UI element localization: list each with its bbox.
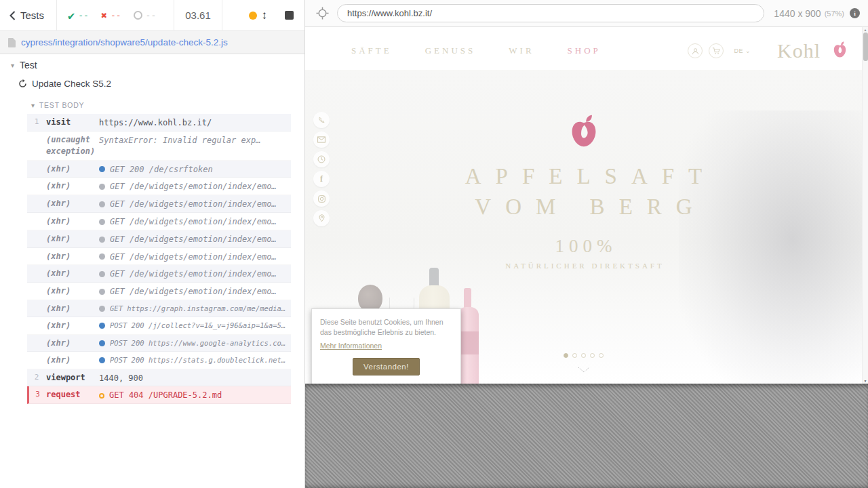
location-icon[interactable]: [313, 210, 330, 226]
url-bar[interactable]: https://www.kohl.bz.it/: [337, 4, 764, 22]
command-message: 1440, 900: [99, 373, 143, 384]
back-to-tests-button[interactable]: Tests: [0, 0, 56, 30]
viewport-info-icon[interactable]: i: [850, 8, 860, 18]
command-message: POST 200 /j/collect?v=1&_v=j96&aip=1&a=5…: [110, 321, 285, 331]
command-number: [27, 251, 46, 251]
command-row[interactable]: (xhr) POST 200 https://www.google-analyt…: [27, 335, 291, 352]
carousel-dot[interactable]: [581, 353, 586, 358]
carousel-dot[interactable]: [590, 353, 595, 358]
carousel-dot[interactable]: [572, 353, 577, 358]
command-row[interactable]: (xhr) GET 200 /de/csrftoken: [27, 161, 291, 178]
site-nav: SÄFTEGENUSSWIRSHOP: [351, 45, 601, 56]
command-name: (xhr): [46, 320, 99, 331]
facebook-icon[interactable]: f: [313, 171, 330, 187]
scrollbar-down-arrow[interactable]: ▼: [863, 379, 868, 383]
instagram-icon[interactable]: [313, 190, 330, 207]
chevron-left-icon: [9, 11, 16, 20]
nav-item-wir[interactable]: WIR: [509, 45, 534, 56]
command-message: GET /de/widgets/emotion/index/emo…: [110, 199, 277, 210]
command-number: [27, 268, 46, 268]
spec-file-link[interactable]: cypress/integration/shopware5/update-che…: [21, 37, 228, 47]
scrollbar-up-arrow[interactable]: ▲: [863, 28, 868, 32]
hero-content: APFELSAFT VOM BERG 100% NATÜRLICHER DIRE…: [305, 70, 862, 270]
scroll-toggle-icon[interactable]: ↕: [262, 9, 268, 21]
command-row[interactable]: 1 visit https://www.kohl.bz.it/: [27, 114, 291, 131]
nav-item-sfte[interactable]: SÄFTE: [351, 45, 392, 56]
command-name: (xhr): [46, 233, 99, 245]
viewport-size-label: 1440 x 900: [774, 8, 821, 19]
command-name: (xhr): [46, 268, 99, 279]
passed-stat[interactable]: ✔ --: [68, 9, 89, 22]
site-logo-apple-icon[interactable]: [833, 41, 846, 61]
mail-icon[interactable]: [313, 131, 330, 148]
command-number: [27, 285, 46, 286]
cart-icon[interactable]: [709, 43, 724, 58]
command-row[interactable]: (xhr) GET /de/widgets/emotion/index/emo…: [27, 230, 291, 248]
command-row[interactable]: (xhr) GET /de/widgets/emotion/index/emo…: [27, 265, 291, 283]
site-logo-text[interactable]: Kohl: [777, 39, 821, 62]
command-message: SyntaxError: Invalid regular exp…: [99, 135, 260, 146]
test-row[interactable]: Update Check S5.2: [18, 79, 111, 89]
section-label: TEST BODY: [39, 101, 85, 109]
clock-icon[interactable]: [313, 151, 330, 167]
caret-down-icon: ▾: [11, 62, 14, 69]
selector-playground-icon[interactable]: [316, 7, 329, 20]
out-of-viewport-area: [305, 384, 868, 488]
phone-icon[interactable]: [313, 112, 330, 128]
command-number: [27, 163, 46, 164]
nav-item-shop[interactable]: SHOP: [568, 45, 601, 56]
test-body-section[interactable]: ▾ TEST BODY: [31, 101, 84, 109]
cookie-accept-button[interactable]: Verstanden!: [353, 358, 420, 375]
command-row[interactable]: (xhr) GET /de/widgets/emotion/index/emo…: [27, 213, 291, 230]
site-scrollbar[interactable]: ▲ ▼: [862, 27, 868, 384]
command-name: (xhr): [46, 251, 99, 262]
spec-header: cypress/integration/shopware5/update-che…: [0, 31, 304, 54]
command-row[interactable]: (xhr) GET /de/widgets/emotion/index/emo…: [27, 195, 291, 213]
stop-button[interactable]: [285, 11, 294, 20]
status-dot-icon: [99, 201, 105, 207]
social-sidebar: f: [313, 112, 330, 226]
scrollbar-thumb[interactable]: [863, 33, 868, 61]
command-row[interactable]: (xhr) POST 200 /j/collect?v=1&_v=j96&aip…: [27, 317, 291, 334]
command-message: https://www.kohl.bz.it/: [99, 117, 212, 129]
language-selector[interactable]: DE ⌄: [734, 47, 751, 54]
failed-stat[interactable]: ✖ --: [101, 9, 121, 22]
status-dot-icon: [99, 357, 105, 363]
command-row[interactable]: (xhr) POST 200 https://stats.g.doublecli…: [27, 352, 291, 369]
command-row[interactable]: (xhr) GET https://graph.instagram.com/me…: [27, 300, 291, 317]
suite-row[interactable]: ▾ Test: [11, 60, 37, 70]
carousel-dot[interactable]: [564, 353, 568, 358]
auto-scroll-dot-icon: [249, 12, 257, 20]
command-name: (uncaught exception): [46, 134, 99, 158]
command-message: GET 200 /de/csrftoken: [110, 164, 213, 176]
hero-subtitle-text: NATÜRLICHER DIREKTSAFT: [305, 262, 862, 270]
command-row[interactable]: (uncaught exception) SyntaxError: Invali…: [27, 131, 291, 161]
carousel-dot[interactable]: [599, 353, 604, 358]
cookie-more-info-link[interactable]: Mehr Informationen: [320, 342, 382, 350]
hero-subtitle-percent: 100%: [305, 236, 862, 257]
account-icon[interactable]: [688, 43, 703, 58]
command-row[interactable]: (xhr) GET /de/widgets/emotion/index/emo…: [27, 178, 291, 195]
command-number: [27, 134, 46, 135]
command-row[interactable]: (xhr) GET /de/widgets/emotion/index/emo…: [27, 248, 291, 266]
pending-count: --: [146, 10, 157, 20]
command-name: (xhr): [46, 338, 99, 349]
test-duration: 03.61: [174, 0, 222, 30]
command-row[interactable]: 2 viewport 1440, 900: [27, 369, 291, 387]
status-dot-icon: [99, 289, 105, 295]
nav-item-genuss[interactable]: GENUSS: [425, 45, 476, 56]
status-dot-icon: [99, 166, 105, 172]
command-name: (xhr): [46, 216, 99, 227]
cookie-text: Diese Seite benutzt Cookies, um Ihnen da…: [320, 317, 452, 338]
pending-stat[interactable]: --: [134, 10, 157, 20]
divider: [222, 0, 222, 31]
command-name: (xhr): [46, 198, 99, 209]
aut-header: https://www.kohl.bz.it/ 1440 x 900 (57%)…: [305, 0, 868, 27]
status-dot-icon: [99, 306, 105, 312]
command-row[interactable]: 3 request GET 404 /UPGRADE-5.2.md: [27, 386, 291, 404]
command-row[interactable]: (xhr) GET /de/widgets/emotion/index/emo…: [27, 283, 291, 300]
running-refresh-icon: [18, 79, 27, 88]
header-icons: DE ⌄ Kohl: [688, 39, 856, 62]
command-message: GET 404 /UPGRADE-5.2.md: [109, 390, 222, 401]
circle-icon: [134, 11, 142, 20]
